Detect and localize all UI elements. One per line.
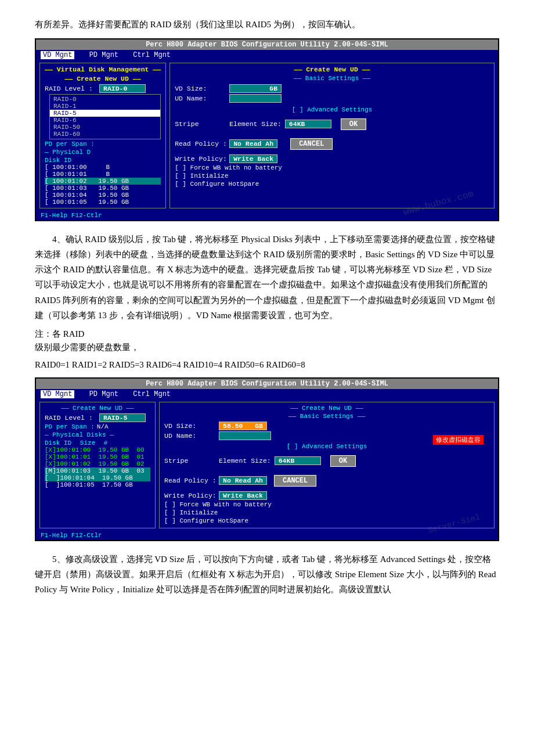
bios1-configure-hotspare: [ ] Configure HotSpare bbox=[175, 181, 489, 188]
bios2-menu-pd[interactable]: PD Mgnt bbox=[89, 390, 118, 398]
intro-text-1: 有所差异。选择好需要配置的 RAID 级别（我们这里以 RAID5 为例），按回… bbox=[35, 17, 499, 33]
bios2-raid-value[interactable]: RAID-5 bbox=[99, 413, 146, 422]
bios2-read-policy-value[interactable]: No Read Ah bbox=[219, 476, 267, 485]
bios1-stripe-label: Stripe bbox=[175, 120, 227, 128]
bios1-titlebar: Perc H800 Adapter BIOS Configuration Uti… bbox=[36, 39, 498, 50]
bios2-col-num: # bbox=[104, 440, 108, 447]
note-right-text: 注：各 RAID bbox=[35, 329, 84, 340]
bios2-vd-name-label: UD Name: bbox=[164, 432, 217, 440]
bios1-disk-table: Disk ID [ 100:01:00 B [ 100:01:01 B [ 10… bbox=[45, 157, 161, 206]
bios1-create-title: —— Create New UD —— bbox=[45, 75, 161, 82]
bios1-left-panel: —— Virtual Disk Management —— —— Create … bbox=[39, 63, 166, 208]
bios1-vd-name-label: UD Name: bbox=[175, 95, 227, 102]
bios2-create-title: —— Create New UD —— bbox=[45, 405, 150, 412]
bios1-read-policy-label: Read Policy : bbox=[175, 140, 227, 147]
bios1-element-size-value[interactable]: 64KB bbox=[285, 120, 331, 128]
bios2-pd-span-value: N/A bbox=[97, 423, 109, 430]
bios1-initialize: [ ] Initialize bbox=[175, 172, 489, 179]
bios1-basic-settings-title: —— Basic Settings —— bbox=[175, 75, 489, 82]
bios1-force-wb: [ ] Force WB with no battery bbox=[175, 164, 489, 171]
bios1-disk-row-5: [ 100:01:05 19.50 GB bbox=[45, 199, 161, 206]
bios2-configure-hotspare: [ ] Configure HotSpare bbox=[164, 517, 489, 524]
bios2-main: —— Create New UD —— RAID Level : RAID-5 … bbox=[36, 399, 498, 531]
bios2-read-policy-label: Read Policy : bbox=[164, 477, 217, 484]
bios1-disk-row-4: [ 100:01:04 19.50 GB bbox=[45, 192, 161, 199]
bios1-menu-vd[interactable]: VD Mgnt bbox=[41, 51, 74, 59]
bios1-vd-size-value[interactable]: GB bbox=[229, 84, 282, 93]
bios1-vd-size-field: VD Size: GB bbox=[175, 84, 489, 93]
bios1-menu-pd[interactable]: PD Mgnt bbox=[89, 51, 118, 59]
bios1-vd-name-value[interactable] bbox=[229, 94, 282, 103]
bios1-write-policy-value[interactable]: Write Back bbox=[229, 154, 277, 163]
bios1-physical-disks-title: — Physical D bbox=[45, 149, 161, 156]
bios2-pd-span-field: PD per Span : N/A bbox=[45, 423, 150, 430]
bios1-raid-field: RAID Level : RAID-0 bbox=[45, 84, 161, 93]
bios2-annotation: 修改虚拟磁盘容 bbox=[433, 435, 484, 445]
bios2-disk-header: Disk ID Size # bbox=[45, 440, 150, 447]
bios1-dd-raid1[interactable]: RAID-1 bbox=[50, 103, 160, 110]
bios2-menu-ctrl[interactable]: Ctrl Mgnt bbox=[133, 390, 171, 398]
bios1-disk-row-1: [ 100:01:01 B bbox=[45, 171, 161, 178]
bios2-ok-button[interactable]: OK bbox=[330, 455, 356, 467]
para3-text: 5、修改高级设置，选择完 VD Size 后，可以按向下方向键，或者 Tab 键… bbox=[35, 552, 499, 597]
bios2-vd-size-label: VD Size: bbox=[164, 422, 217, 430]
bios2-right-panel: —— Create New UD —— —— Basic Settings ——… bbox=[159, 402, 495, 528]
bios1-cancel-button[interactable]: CANCEL bbox=[290, 138, 333, 150]
bios1-raid-dropdown[interactable]: RAID-0 RAID-1 RAID-5 RAID-6 RAID-50 RAID… bbox=[49, 94, 161, 139]
bios1-right-create-title: —— Create New UD —— bbox=[175, 66, 489, 73]
bios2-menu-vd[interactable]: VD Mgnt bbox=[41, 390, 74, 398]
bios2-disk-row-2: [X]100:01:02 19.50 GB 02 bbox=[45, 460, 150, 467]
bios1-dd-raid6[interactable]: RAID-6 bbox=[50, 117, 160, 124]
bios2-basic-settings-title: —— Basic Settings —— 修改虚拟磁盘容 bbox=[164, 413, 489, 420]
bios2-element-size-value[interactable]: 64KB bbox=[275, 456, 321, 465]
bios2-stripe-field: Stripe Element Size: 64KB OK bbox=[164, 452, 489, 470]
bios1-raid-label: RAID Level : bbox=[45, 85, 97, 92]
bios2-titlebar: Perc H800 Adapter BIOS Configuration Uti… bbox=[36, 379, 498, 389]
bios1-advanced-settings-title: [ ] Advanced Settings bbox=[175, 106, 489, 113]
bios2-menubar: VD Mgnt PD Mgnt Ctrl Mgnt bbox=[36, 389, 498, 399]
bios1-disk-row-3: [ 100:01:03 19.50 GB bbox=[45, 185, 161, 192]
bios1-menubar: VD Mgnt PD Mgnt Ctrl Mgnt bbox=[36, 50, 498, 60]
bios1-dd-raid50[interactable]: RAID-50 bbox=[50, 124, 160, 131]
bios1-dd-raid5[interactable]: RAID-5 bbox=[50, 110, 160, 117]
bios1-write-policy-field: Write Policy: Write Back bbox=[175, 154, 489, 163]
bios1-right-panel: —— Create New UD —— —— Basic Settings ——… bbox=[169, 63, 495, 208]
bios2-pd-span-label: PD per Span : bbox=[45, 423, 95, 430]
bios1-raid-value[interactable]: RAID-0 bbox=[99, 84, 146, 93]
bios1-dd-raid60[interactable]: RAID-60 bbox=[50, 131, 160, 138]
bios1-dd-raid0[interactable]: RAID-0 bbox=[50, 96, 160, 103]
bios1-col-diskid: Disk ID bbox=[45, 157, 71, 164]
bios-screenshot-1: Perc H800 Adapter BIOS Configuration Uti… bbox=[35, 38, 499, 221]
bios-screenshot-2: Perc H800 Adapter BIOS Configuration Uti… bbox=[35, 377, 499, 541]
bios2-cancel-button[interactable]: CANCEL bbox=[274, 475, 316, 487]
bios2-vd-size-value[interactable]: 58.50 GB bbox=[219, 422, 267, 430]
bios2-initialize: [ ] Initialize bbox=[164, 509, 489, 516]
bios2-right-create-title: —— Create New UD —— bbox=[164, 405, 489, 412]
bios1-write-policy-label: Write Policy: bbox=[175, 155, 227, 163]
bios1-vd-size-label: VD Size: bbox=[175, 85, 227, 92]
bios1-read-policy-field: Read Policy : No Read Ah CANCEL bbox=[175, 135, 489, 153]
bios1-stripe-field: Stripe Element Size: 64KB OK bbox=[175, 115, 489, 134]
bios2-element-size-label: Element Size: bbox=[219, 457, 271, 465]
bios2-disk-table: Disk ID Size # [X]100:01:00 19.50 GB 00 … bbox=[45, 440, 150, 488]
bios1-vd-name-field: UD Name: bbox=[175, 94, 489, 103]
bios2-write-policy-value[interactable]: Write Back bbox=[219, 491, 267, 500]
bios1-pd-span-label: PD per Span : bbox=[45, 141, 95, 147]
bios2-read-policy-field: Read Policy : No Read Ah CANCEL bbox=[164, 471, 489, 490]
para2-container: 4、确认 RAID 级别以后，按 Tab 键，将光标移至 Physical Di… bbox=[35, 232, 499, 373]
note-line2: 级别最少需要的硬盘数量， bbox=[35, 340, 499, 355]
bios1-ok-button[interactable]: OK bbox=[341, 118, 366, 130]
bios2-stripe-label: Stripe bbox=[164, 457, 217, 465]
bios2-vd-size-field: VD Size: 58.50 GB bbox=[164, 422, 489, 430]
bios1-read-policy-value[interactable]: No Read Ah bbox=[229, 139, 277, 148]
bios2-col-size: Size bbox=[80, 440, 95, 447]
bios1-menu-ctrl[interactable]: Ctrl Mgnt bbox=[133, 51, 171, 59]
bios2-raid-label: RAID Level : bbox=[45, 414, 97, 422]
bios2-vd-name-value[interactable] bbox=[219, 431, 271, 440]
bios2-raid-field: RAID Level : RAID-5 bbox=[45, 413, 150, 422]
bios1-disk-header: Disk ID bbox=[45, 157, 161, 164]
bios2-disk-row-4: [ ]100:01:04 19.50 GB bbox=[45, 474, 150, 481]
bios2-disk-row-3: [M]100:01:03 19.50 GB 03 bbox=[45, 467, 150, 474]
bios2-force-wb: [ ] Force WB with no battery bbox=[164, 501, 489, 508]
bios1-main: —— Virtual Disk Management —— —— Create … bbox=[36, 60, 498, 211]
